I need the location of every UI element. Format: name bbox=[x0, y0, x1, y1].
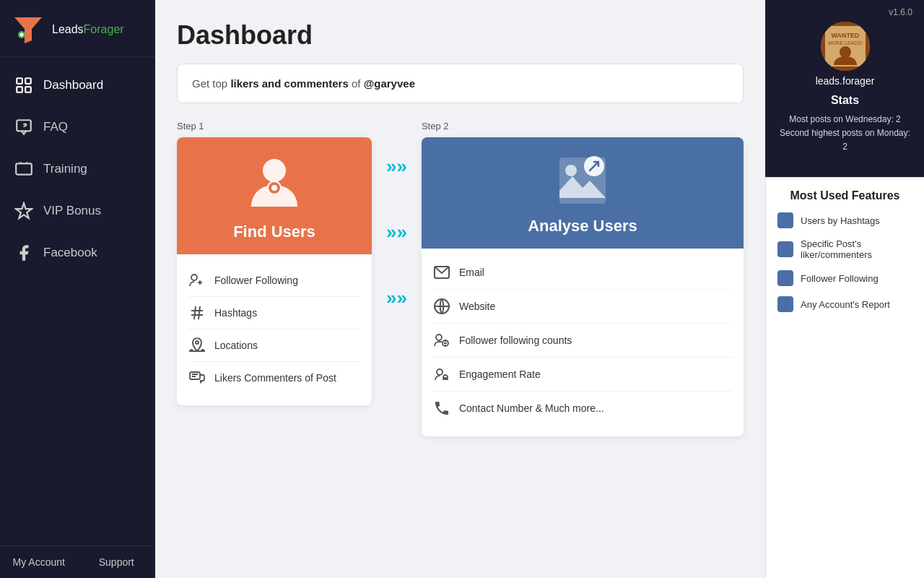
avatar: WANTED MORE LEADS! bbox=[821, 22, 870, 71]
facebook-icon bbox=[14, 243, 33, 262]
sidebar-footer: My Account Support bbox=[0, 545, 155, 578]
my-account-button[interactable]: My Account bbox=[0, 546, 78, 578]
step2-header: Analyse Users bbox=[422, 137, 744, 249]
svg-point-11 bbox=[271, 185, 277, 191]
svg-point-28 bbox=[437, 369, 443, 375]
stats-content: Most posts on Wednesday: 2 Second highes… bbox=[777, 113, 912, 155]
svg-line-16 bbox=[199, 306, 200, 319]
arrow-middle: »» bbox=[386, 221, 407, 243]
content-area: Dashboard Get top likers and commenters … bbox=[155, 0, 765, 578]
step1-item-label: Hashtags bbox=[214, 307, 257, 319]
step1-wrapper: Step 1 Fin bbox=[177, 121, 372, 405]
username: leads.forager bbox=[816, 75, 875, 87]
step1-label: Step 1 bbox=[177, 121, 372, 131]
sidebar-item-facebook[interactable]: Facebook bbox=[0, 232, 155, 274]
svg-rect-4 bbox=[25, 78, 31, 84]
step1-item-label: Likers Commenters of Post bbox=[214, 372, 336, 384]
sidebar-item-label: VIP Bonus bbox=[43, 204, 101, 218]
step1-title: Find Users bbox=[233, 223, 315, 241]
engagement-icon bbox=[433, 366, 450, 383]
training-icon bbox=[14, 160, 33, 178]
feature-item-hashtags[interactable]: Users by Hashtags bbox=[777, 212, 912, 228]
website-icon bbox=[433, 298, 450, 315]
sidebar: LeadsForager Dashboard FAQ bbox=[0, 0, 155, 578]
feature-dot bbox=[777, 241, 793, 257]
step1-hashtags[interactable]: Hashtags bbox=[188, 297, 360, 329]
hashtag-icon bbox=[188, 304, 206, 322]
sidebar-item-vip-bonus[interactable]: VIP Bonus bbox=[0, 190, 155, 232]
step2-item-label: Website bbox=[459, 301, 495, 312]
analyse-users-icon bbox=[557, 155, 609, 210]
svg-line-15 bbox=[194, 306, 196, 319]
arrow-top: »» bbox=[386, 155, 407, 178]
stats-title: Stats bbox=[831, 94, 859, 107]
step1-header: Find Users bbox=[177, 137, 372, 254]
feature-label: Any Account's Report bbox=[801, 299, 890, 310]
sidebar-item-faq[interactable]: FAQ bbox=[0, 106, 155, 148]
stats-line1: Most posts on Wednesday: 2 bbox=[777, 113, 912, 126]
svg-text:WANTED: WANTED bbox=[831, 32, 859, 39]
step2-item-label: Contact Number & Much more... bbox=[459, 402, 604, 414]
step2-card: Analyse Users Email bbox=[422, 137, 744, 436]
sidebar-item-label: FAQ bbox=[43, 120, 68, 134]
step2-contact-number[interactable]: Contact Number & Much more... bbox=[433, 392, 732, 425]
feature-label: Users by Hashtags bbox=[801, 215, 880, 226]
sidebar-item-training[interactable]: Training bbox=[0, 148, 155, 190]
step2-items: Email Website bbox=[422, 249, 744, 436]
svg-point-9 bbox=[263, 159, 286, 182]
step1-card: Find Users Follower Following bbox=[177, 137, 372, 405]
svg-point-12 bbox=[191, 275, 197, 280]
phone-icon bbox=[433, 400, 450, 417]
svg-rect-3 bbox=[17, 78, 22, 84]
search-bar[interactable]: Get top likers and commenters of @garyve… bbox=[177, 64, 744, 103]
svg-point-17 bbox=[196, 341, 199, 344]
step1-locations[interactable]: Locations bbox=[188, 329, 360, 362]
step1-follower-following[interactable]: Follower Following bbox=[188, 264, 360, 297]
page-title: Dashboard bbox=[177, 20, 744, 51]
step1-likers-commenters[interactable]: Likers Commenters of Post bbox=[188, 362, 360, 394]
step1-items: Follower Following Hashtags bbox=[177, 254, 372, 405]
likers-icon bbox=[188, 369, 206, 387]
svg-point-22 bbox=[565, 165, 577, 176]
sidebar-item-label: Dashboard bbox=[43, 78, 103, 92]
step1-item-label: Locations bbox=[214, 340, 258, 351]
step2-item-label: Email bbox=[459, 267, 484, 278]
step1-item-label: Follower Following bbox=[214, 275, 298, 286]
follower-following-icon bbox=[188, 272, 206, 289]
arrow-area: »» »» »» bbox=[386, 121, 407, 309]
find-users-icon bbox=[248, 155, 300, 215]
svg-rect-7 bbox=[17, 120, 31, 131]
step2-title: Analyse Users bbox=[528, 217, 637, 236]
vip-icon bbox=[14, 202, 33, 220]
sidebar-item-dashboard[interactable]: Dashboard bbox=[0, 64, 155, 106]
svg-rect-18 bbox=[190, 372, 200, 379]
email-icon bbox=[433, 264, 450, 281]
step2-item-label: Follower following counts bbox=[459, 335, 572, 346]
step2-email[interactable]: Email bbox=[433, 256, 732, 290]
features-panel: Most Used Features Users by Hashtags Spe… bbox=[765, 177, 924, 578]
steps-area: Step 1 Fin bbox=[177, 121, 744, 436]
feature-label: Specific Post's liker/commenters bbox=[801, 238, 912, 260]
feature-dot bbox=[777, 212, 793, 228]
svg-point-2 bbox=[20, 33, 24, 37]
svg-rect-5 bbox=[17, 87, 22, 92]
svg-text:MORE LEADS!: MORE LEADS! bbox=[828, 40, 863, 46]
support-button[interactable]: Support bbox=[78, 546, 156, 578]
step2-follower-counts[interactable]: Follower following counts bbox=[433, 324, 732, 358]
feature-item-any-account[interactable]: Any Account's Report bbox=[777, 296, 912, 312]
step2-wrapper: Step 2 bbox=[422, 121, 744, 436]
logo-text: LeadsForager bbox=[52, 23, 124, 36]
step2-engagement-rate[interactable]: Engagement Rate bbox=[433, 358, 732, 392]
svg-marker-0 bbox=[14, 17, 42, 43]
feature-dot bbox=[777, 270, 793, 286]
top-right-panel: v1.6.0 WANTED MORE LEADS! leads.forager … bbox=[765, 0, 924, 177]
step2-label: Step 2 bbox=[422, 121, 744, 131]
feature-item-follower-following[interactable]: Follower Following bbox=[777, 270, 912, 286]
svg-rect-6 bbox=[25, 87, 31, 92]
svg-point-34 bbox=[840, 46, 851, 58]
step2-website[interactable]: Website bbox=[433, 290, 732, 324]
feature-item-specific-post[interactable]: Specific Post's liker/commenters bbox=[777, 238, 912, 260]
version-badge: v1.6.0 bbox=[889, 7, 912, 17]
step2-item-label: Engagement Rate bbox=[459, 368, 541, 380]
logo-icon bbox=[12, 13, 45, 46]
